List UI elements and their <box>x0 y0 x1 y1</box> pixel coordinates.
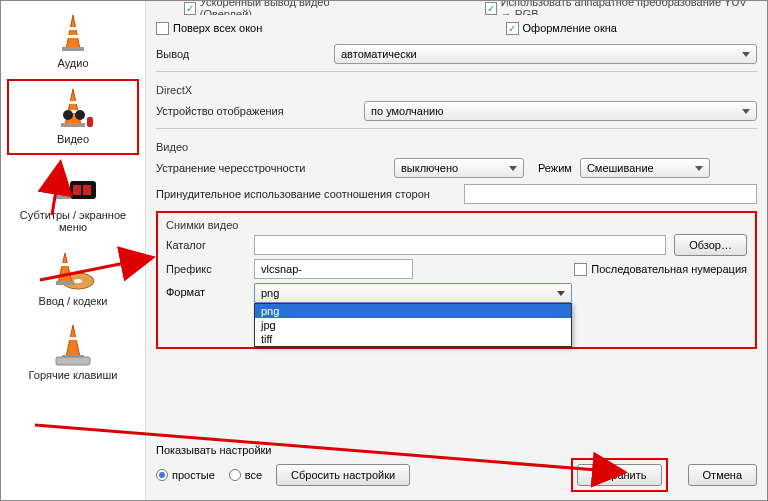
dropdown-option[interactable]: tiff <box>255 332 571 346</box>
catalog-input[interactable] <box>254 235 666 255</box>
svg-rect-3 <box>67 101 79 104</box>
sidebar-item-codecs[interactable]: Ввод / кодеки <box>7 243 139 315</box>
select-value: Смешивание <box>587 162 654 174</box>
save-button[interactable]: Сохранить <box>577 464 662 486</box>
svg-rect-12 <box>83 185 91 195</box>
button-label: Обзор… <box>689 239 732 251</box>
dropdown-option[interactable]: png <box>255 304 571 318</box>
cone-disc-icon <box>50 249 96 293</box>
aspect-input[interactable] <box>464 184 757 204</box>
svg-point-14 <box>74 279 82 283</box>
svg-rect-1 <box>66 35 80 38</box>
svg-rect-5 <box>61 123 85 127</box>
sidebar: Аудио Видео Субтитры / экранное меню Вво… <box>1 1 146 500</box>
checkbox-label: Последовательная нумерация <box>591 263 747 275</box>
snapshot-group: Снимки видео Каталог Обзор… Префикс vlcs… <box>156 211 757 349</box>
radio-label: простые <box>172 469 215 481</box>
radio-icon <box>229 469 241 481</box>
checkbox-on-top[interactable]: Поверх всех окон <box>156 22 262 35</box>
select-value: по умолчанию <box>371 105 443 117</box>
sidebar-item-hotkeys[interactable]: Горячие клавиши <box>7 317 139 389</box>
sidebar-item-label: Ввод / кодеки <box>39 295 108 307</box>
footer: Показывать настройки простые все Сбросит… <box>156 438 757 496</box>
prefix-input[interactable]: vlcsnap- <box>254 259 413 279</box>
checkbox-sequential[interactable]: Последовательная нумерация <box>574 263 747 276</box>
reset-button[interactable]: Сбросить настройки <box>276 464 410 486</box>
video-section-title: Видео <box>156 141 757 153</box>
button-label: Сбросить настройки <box>291 469 395 481</box>
sidebar-item-label: Аудио <box>57 57 88 69</box>
radio-all[interactable]: все <box>229 469 262 481</box>
save-highlight: Сохранить <box>571 458 668 492</box>
svg-point-7 <box>75 110 85 120</box>
svg-rect-19 <box>56 357 90 365</box>
cone-clock-icon <box>48 163 98 207</box>
checkbox-label: Оформление окна <box>523 22 617 34</box>
mode-label: Режим <box>538 162 572 174</box>
sidebar-item-audio[interactable]: Аудио <box>7 5 139 77</box>
cone-glasses-icon <box>53 87 93 131</box>
sidebar-item-label: Видео <box>57 133 89 145</box>
label: Использовать аппаратное преобразование Y… <box>501 1 757 15</box>
directx-section-title: DirectX <box>156 84 757 96</box>
svg-rect-15 <box>60 263 70 266</box>
checkbox-icon <box>156 22 169 35</box>
main-panel: ✓Ускоренный вывод видео (Оверлей) ✓Испол… <box>146 1 767 500</box>
checkbox-decor[interactable]: ✓ Оформление окна <box>506 22 617 35</box>
format-select[interactable]: png <box>254 283 572 303</box>
prefix-label: Префикс <box>166 263 246 275</box>
svg-rect-11 <box>73 185 81 195</box>
sidebar-item-label: Субтитры / экранное меню <box>11 209 135 233</box>
select-value: png <box>261 287 279 299</box>
snapshot-title: Снимки видео <box>166 219 747 231</box>
svg-rect-0 <box>68 27 78 30</box>
radio-simple[interactable]: простые <box>156 469 215 481</box>
checkbox-label: Поверх всех окон <box>173 22 262 34</box>
cone-keyboard-icon <box>52 323 94 367</box>
cancel-button[interactable]: Отмена <box>688 464 757 486</box>
svg-rect-16 <box>56 281 74 285</box>
sidebar-item-label: Горячие клавиши <box>29 369 118 381</box>
aspect-label: Принудительное использование соотношения… <box>156 188 456 200</box>
checkbox-icon: ✓ <box>506 22 519 35</box>
radio-label: все <box>245 469 262 481</box>
sidebar-item-subtitles[interactable]: Субтитры / экранное меню <box>7 157 139 241</box>
button-label: Сохранить <box>592 469 647 481</box>
format-label: Формат <box>166 283 246 298</box>
display-device-select[interactable]: по умолчанию <box>364 101 757 121</box>
svg-rect-17 <box>68 337 78 340</box>
deinterlace-label: Устранение чересстрочности <box>156 162 386 174</box>
checkbox-icon: ✓ <box>485 2 497 15</box>
select-value: выключено <box>401 162 458 174</box>
truncated-row: ✓Ускоренный вывод видео (Оверлей) ✓Испол… <box>156 1 757 15</box>
format-dropdown: png jpg tiff <box>254 303 572 347</box>
button-label: Отмена <box>703 469 742 481</box>
display-device-label: Устройство отображения <box>156 105 326 117</box>
radio-icon <box>156 469 168 481</box>
label: Ускоренный вывод видео (Оверлей) <box>200 1 365 15</box>
mode-select[interactable]: Смешивание <box>580 158 710 178</box>
svg-point-6 <box>63 110 73 120</box>
checkbox-icon: ✓ <box>184 2 196 15</box>
cone-icon <box>56 11 90 55</box>
output-select[interactable]: автоматически <box>334 44 757 64</box>
select-value: автоматически <box>341 48 417 60</box>
browse-button[interactable]: Обзор… <box>674 234 747 256</box>
svg-rect-2 <box>62 47 84 51</box>
svg-rect-8 <box>87 117 93 127</box>
catalog-label: Каталог <box>166 239 246 251</box>
svg-rect-9 <box>54 195 70 199</box>
output-label: Вывод <box>156 48 326 60</box>
input-value: vlcsnap- <box>261 263 302 275</box>
checkbox-icon <box>574 263 587 276</box>
sidebar-item-video[interactable]: Видео <box>7 79 139 155</box>
deinterlace-select[interactable]: выключено <box>394 158 524 178</box>
dropdown-option[interactable]: jpg <box>255 318 571 332</box>
show-settings-label: Показывать настройки <box>156 444 757 456</box>
